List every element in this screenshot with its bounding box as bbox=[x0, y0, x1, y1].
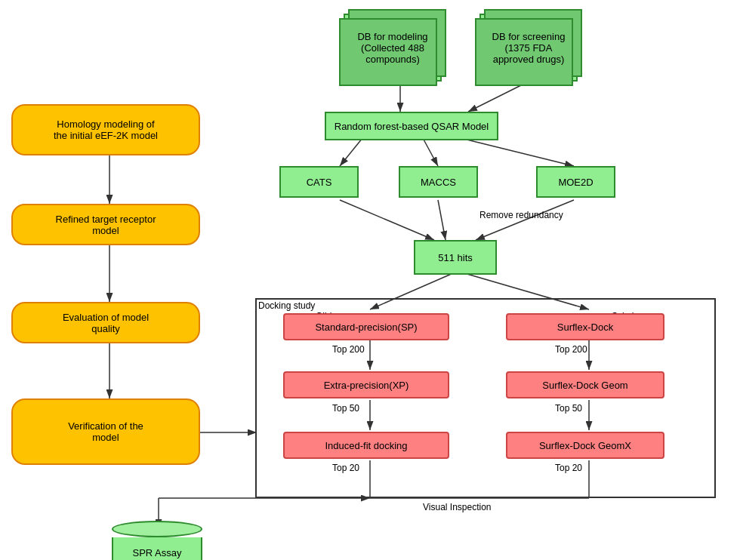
svg-line-5 bbox=[461, 138, 574, 166]
top50-right-label: Top 50 bbox=[555, 403, 582, 414]
refined-label: Refined target receptormodel bbox=[56, 214, 156, 236]
random-forest-label: Random forest-based QSAR Model bbox=[335, 121, 489, 132]
evaluation-box: Evaluation of modelquality bbox=[11, 302, 200, 343]
visual-inspection-label: Visual Inspection bbox=[423, 502, 492, 512]
hits-511-label: 511 hits bbox=[438, 252, 473, 263]
hits-511-box: 511 hits bbox=[414, 240, 497, 275]
surflex-geom-box: Surflex-Dock Geom bbox=[506, 371, 664, 398]
cats-box: CATS bbox=[279, 166, 359, 198]
remove-redundancy-label: Remove redundancy bbox=[479, 210, 563, 220]
ifd-label: Induced-fit docking bbox=[325, 440, 407, 451]
surflex-geomx-label: Surflex-Dock GeomX bbox=[539, 440, 631, 451]
svg-line-3 bbox=[340, 138, 362, 166]
svg-line-2 bbox=[468, 82, 529, 112]
ifd-box: Induced-fit docking bbox=[283, 432, 449, 459]
db-modeling-box: DB for modeling(Collected 488compounds) bbox=[344, 14, 442, 82]
svg-line-4 bbox=[423, 138, 438, 166]
surflex-label: Surflex-Dock bbox=[557, 322, 613, 333]
spr-assay-cylinder: SPR Assay（13） bbox=[112, 521, 202, 560]
top200-left-label: Top 200 bbox=[332, 344, 365, 355]
homology-label: Homology modeling ofthe initial eEF-2K m… bbox=[54, 118, 158, 141]
random-forest-box: Random forest-based QSAR Model bbox=[325, 112, 498, 140]
cylinder-body: SPR Assay（13） bbox=[112, 537, 202, 560]
verification-label: Verification of themodel bbox=[68, 420, 143, 443]
cylinder-top bbox=[112, 521, 202, 537]
refined-box: Refined target receptormodel bbox=[11, 204, 200, 245]
xp-label: Extra-precision(XP) bbox=[324, 380, 409, 391]
maccs-box: MACCS bbox=[399, 166, 478, 198]
db-screening-label: DB for screening(1375 FDAapproved drugs) bbox=[492, 31, 566, 65]
svg-line-6 bbox=[340, 200, 434, 240]
homology-box: Homology modeling ofthe initial eEF-2K m… bbox=[11, 104, 200, 155]
svg-line-7 bbox=[438, 200, 446, 240]
spr-label: SPR Assay（13） bbox=[132, 547, 181, 561]
docking-study-label: Docking study bbox=[258, 300, 315, 311]
db-modeling-label: DB for modeling(Collected 488compounds) bbox=[357, 31, 427, 65]
sp-box: Standard-precision(SP) bbox=[283, 313, 449, 340]
xp-box: Extra-precision(XP) bbox=[283, 371, 449, 398]
maccs-label: MACCS bbox=[421, 177, 456, 188]
top200-right-label: Top 200 bbox=[555, 344, 587, 355]
moe2d-label: MOE2D bbox=[558, 177, 593, 188]
surflex-geomx-box: Surflex-Dock GeomX bbox=[506, 432, 664, 459]
verification-box: Verification of themodel bbox=[11, 398, 200, 465]
top20-right-label: Top 20 bbox=[555, 463, 582, 473]
cats-label: CATS bbox=[307, 177, 332, 188]
surflex-geom-label: Surflex-Dock Geom bbox=[542, 380, 627, 391]
surflex-box: Surflex-Dock bbox=[506, 313, 664, 340]
sp-label: Standard-precision(SP) bbox=[315, 322, 417, 333]
moe2d-box: MOE2D bbox=[536, 166, 615, 198]
db-screening-box: DB for screening(1375 FDAapproved drugs) bbox=[479, 14, 578, 82]
main-diagram: DB for modeling(Collected 488compounds) … bbox=[0, 0, 740, 560]
top50-left-label: Top 50 bbox=[332, 403, 359, 414]
evaluation-label: Evaluation of modelquality bbox=[63, 312, 149, 334]
top20-left-label: Top 20 bbox=[332, 463, 359, 473]
